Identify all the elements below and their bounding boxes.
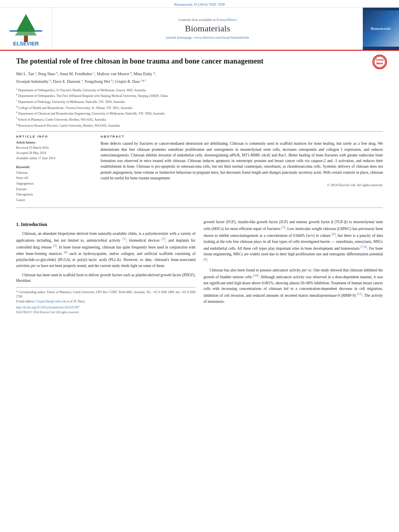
keyword-chitosan: Chitosan: [16, 170, 93, 176]
keyword-fracture: Fracture: [16, 187, 93, 192]
abstract-text: Bone defects caused by fractures or canc…: [101, 141, 383, 188]
affiliation-a: a Department of Orthopaedics, St Vincent…: [16, 87, 383, 93]
svg-text:Mark: Mark: [376, 62, 383, 65]
email-note: (C.R. Dass).: [70, 300, 85, 303]
abstract-column: Abstract Bone defects caused by fracture…: [101, 135, 383, 203]
keyword-angiogenesis: Angiogenesis: [16, 181, 93, 187]
article-history: Article history: Received 25 March 2014 …: [16, 141, 93, 161]
journal-homepage: journal homepage: www.elsevier.com/locat…: [166, 35, 249, 39]
ref-3[interactable]: [3]: [53, 244, 57, 248]
abstract-paragraph: Bone defects caused by fractures or canc…: [101, 141, 383, 181]
authors-line-1: Mei L. Tan a, Peng Shao b, Anna M. Fried…: [16, 71, 383, 77]
sciencedirect-link[interactable]: ScienceDirect: [216, 18, 237, 22]
keywords-block: Keywords: Chitosan Stem cell Angiogenesi…: [16, 165, 93, 203]
journal-header: ELSEVIER Contents lists available at Sci…: [0, 8, 399, 51]
affiliations-block: a Department of Orthopaedics, St Vincent…: [16, 87, 383, 128]
journal-reference-bar: Biomaterials 35 (2014) 7828–7838: [0, 0, 399, 8]
keyword-cancer: Cancer: [16, 197, 93, 203]
ref-10[interactable]: [10]: [253, 274, 258, 277]
intro-paragraph-1: Chitosan, an abundant biopolymer derived…: [16, 231, 195, 269]
biomaterials-logo-box: Biomaterials: [363, 8, 399, 50]
keyword-osteogenesis: Osteogenesis: [16, 192, 93, 197]
authors-line-2: Sivanjah Indumathy d, Dave E. Dunstan e,…: [16, 78, 383, 84]
intro-paragraph-2: Chitosan has been used in scaffold form …: [16, 272, 195, 284]
affiliation-c: c Department of Pathology, University of…: [16, 99, 383, 105]
biomaterials-logo-text: Biomaterials: [371, 27, 391, 31]
keywords-label: Keywords:: [16, 165, 93, 169]
doi-line[interactable]: http://dx.doi.org/10.1016/j.biomaterials…: [16, 305, 195, 310]
title-section: Cross Mark The potential role of free ch…: [16, 57, 383, 66]
elsevier-tree-icon: ELSEVIER: [3, 11, 49, 47]
article-info-abstract-section: Article info Article history: Received 2…: [16, 135, 383, 203]
email-label: E-mail address:: [16, 300, 36, 303]
article-history-label: Article history:: [16, 141, 93, 144]
received-date: Received 25 March 2014: [16, 146, 93, 151]
affiliation-e: e Department of Chemical and Biomolecula…: [16, 110, 383, 116]
intro-paragraph-3: growth factor (FGF), insulin-like growth…: [204, 219, 383, 264]
abstract-label: Abstract: [101, 135, 383, 138]
divider-top: [16, 131, 383, 131]
crossmark-icon: Cross Mark: [373, 55, 386, 68]
body-two-column: 1. Introduction Chitosan, an abundant bi…: [16, 219, 383, 314]
ref-1[interactable]: [1]: [122, 237, 126, 241]
ref-9[interactable]: [9]: [204, 258, 207, 261]
ref-7[interactable]: [7,8]: [361, 245, 367, 249]
svg-text:Cross: Cross: [376, 58, 384, 61]
ref-4[interactable]: [4]: [64, 251, 67, 254]
affiliation-d: d College of Health and Biomedicine, Vic…: [16, 105, 383, 111]
available-date: Available online 17 June 2014: [16, 156, 93, 161]
ref-6[interactable]: [6]: [332, 232, 335, 236]
issn-line: 0142-9612/© 2014 Elsevier Ltd. All right…: [16, 310, 195, 315]
intro-heading: 1. Introduction: [16, 221, 195, 228]
paper-title: The potential role of free chitosan in b…: [16, 57, 330, 66]
ref-2[interactable]: [2]: [162, 237, 165, 241]
biomaterials-logo-image: Biomaterials: [363, 10, 399, 47]
paper-content: Cross Mark The potential role of free ch…: [0, 51, 399, 220]
article-info-column: Article info Article history: Received 2…: [16, 135, 93, 203]
corresponding-footnote: * Corresponding author. School of Pharma…: [16, 290, 195, 299]
journal-center: Contents lists available at ScienceDirec…: [52, 8, 363, 50]
svg-text:ELSEVIER: ELSEVIER: [13, 41, 39, 47]
body-right-column: growth factor (FGF), insulin-like growth…: [204, 219, 383, 314]
journal-title: Biomaterials: [185, 23, 230, 34]
main-body: 1. Introduction Chitosan, an abundant bi…: [0, 219, 399, 314]
article-info-label: Article info: [16, 135, 93, 138]
footnotes-block: * Corresponding author. School of Pharma…: [16, 287, 195, 314]
crossmark-circle: Cross Mark: [372, 55, 387, 69]
journal-ref-text: Biomaterials 35 (2014) 7828–7838: [174, 2, 225, 6]
copyright-line: © 2014 Elsevier Ltd. All rights reserved…: [101, 183, 383, 188]
affiliation-f: f School of Pharmacy, Curtin University,…: [16, 116, 383, 122]
elsevier-logo-container: ELSEVIER: [0, 8, 52, 50]
crossmark-badge: Cross Mark: [372, 55, 387, 69]
body-left-column: 1. Introduction Chitosan, an abundant bi…: [16, 219, 195, 314]
affiliation-b: b Department of Orthopaedics, The First …: [16, 92, 383, 99]
affiliation-g: g Biosciences Research Precinct, Curtin …: [16, 122, 383, 128]
intro-paragraph-4: Chitosan has also been found to possess …: [204, 267, 383, 305]
divider-bottom: [16, 207, 383, 208]
keyword-stemcell: Stem cell: [16, 175, 93, 181]
accepted-date: Accepted 28 May 2014: [16, 151, 93, 156]
ref-11[interactable]: [11]: [357, 292, 362, 296]
email-link[interactable]: Crispin.Dass@curtin.edu.au: [36, 300, 70, 303]
sciencedirect-line: Contents lists available at ScienceDirec…: [179, 18, 237, 22]
email-footnote: E-mail address: Crispin.Dass@curtin.edu.…: [16, 299, 195, 304]
ref-5[interactable]: [5]: [282, 226, 285, 229]
